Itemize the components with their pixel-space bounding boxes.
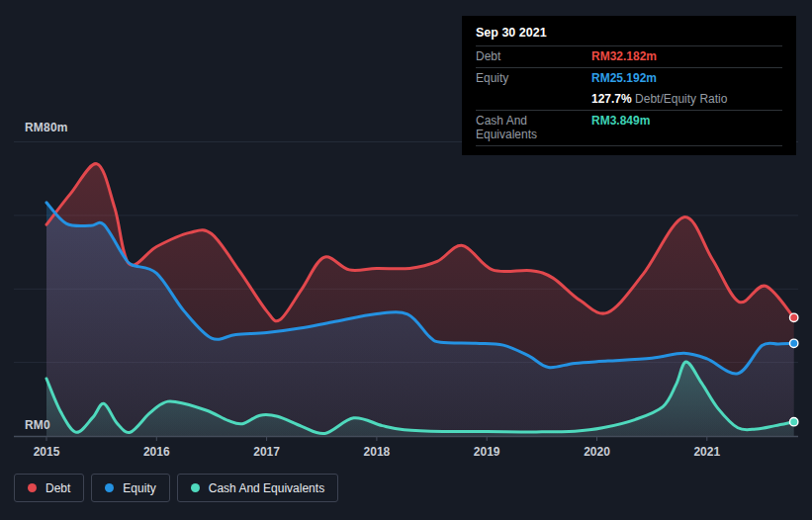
chart-legend: DebtEquityCash And Equivalents: [14, 474, 338, 502]
tooltip-ratio-value: 127.7% Debt/Equity Ratio: [591, 92, 782, 106]
legend-item-equity[interactable]: Equity: [91, 474, 169, 502]
end-marker-equity[interactable]: [790, 339, 798, 347]
legend-item-debt[interactable]: Debt: [14, 474, 84, 502]
equity-legend-dot-icon: [105, 483, 114, 492]
x-axis-label-2021: 2021: [693, 445, 720, 459]
legend-item-cash-and-equivalents[interactable]: Cash And Equivalents: [177, 474, 338, 502]
tooltip-row-cash: Cash And Equivalents RM3.849m: [476, 111, 782, 145]
legend-label-equity: Equity: [123, 481, 155, 495]
x-axis-label-2016: 2016: [143, 445, 170, 459]
y-axis-min-label: RM0: [25, 418, 50, 432]
tooltip-row-ratio: 127.7% Debt/Equity Ratio: [476, 89, 782, 110]
x-axis-label-2019: 2019: [474, 445, 500, 459]
debt-legend-dot-icon: [28, 483, 37, 492]
tooltip-equity-label: Equity: [476, 71, 591, 85]
tooltip-ratio-caption: Debt/Equity Ratio: [635, 92, 727, 106]
x-axis-label-2018: 2018: [364, 445, 391, 459]
y-axis-max-label: RM80m: [25, 121, 68, 134]
cash-and-equivalents-legend-dot-icon: [191, 483, 200, 492]
tooltip-debt-label: Debt: [476, 49, 591, 63]
tooltip-row-debt: Debt RM32.182m: [476, 46, 782, 67]
tooltip-cash-value: RM3.849m: [591, 114, 782, 128]
end-marker-cash-and-equivalents[interactable]: [790, 418, 798, 426]
x-axis-label-2020: 2020: [584, 445, 610, 459]
legend-label-cash-and-equivalents: Cash And Equivalents: [209, 481, 324, 495]
x-axis-label-2017: 2017: [253, 445, 280, 459]
tooltip-equity-value: RM25.192m: [591, 71, 782, 85]
end-marker-debt[interactable]: [790, 313, 798, 321]
tooltip: Sep 30 2021 Debt RM32.182m Equity RM25.1…: [462, 16, 796, 155]
x-axis-label-2015: 2015: [34, 445, 60, 459]
legend-label-debt: Debt: [45, 481, 70, 495]
tooltip-cash-label: Cash And Equivalents: [476, 114, 591, 141]
debt-equity-history-page: RM80m RM0 2015201620172018201920202021 S…: [0, 0, 812, 520]
tooltip-row-equity: Equity RM25.192m: [476, 68, 782, 89]
tooltip-date: Sep 30 2021: [476, 20, 782, 46]
tooltip-debt-value: RM32.182m: [591, 49, 782, 63]
tooltip-ratio-percent: 127.7%: [591, 92, 632, 106]
